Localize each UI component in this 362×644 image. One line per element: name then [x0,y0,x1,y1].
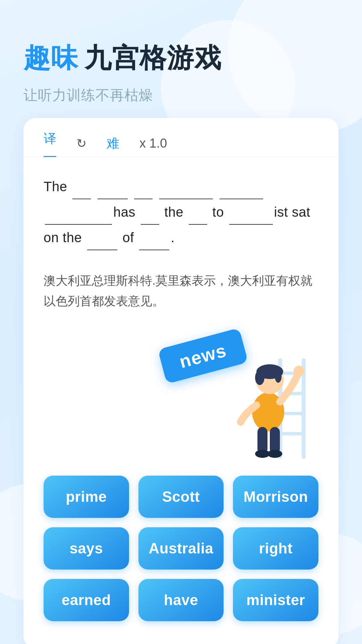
illustration-area: news [23,318,339,459]
word-btn-right[interactable]: right [233,527,318,570]
word-btn-scott[interactable]: Scott [138,476,224,518]
blank-10 [87,250,117,250]
svg-rect-5 [278,432,306,435]
subtitle: 让听力训练不再枯燥 [23,86,339,105]
svg-point-9 [255,370,264,385]
translation-text: 澳大利亚总理斯科特.莫里森表示，澳大利亚有权就以色列首都发表意见。 [23,260,339,311]
word-btn-morrison[interactable]: Morrison [233,476,318,518]
svg-point-14 [267,450,282,458]
title-accent: 趣味 [23,40,78,76]
blank-4 [159,199,213,199]
blank-7 [141,224,159,225]
word-btn-prime[interactable]: prime [44,476,129,518]
tab-refresh[interactable]: ↻ [76,137,86,151]
blank-11 [139,250,169,250]
title-row: 趣味 九宫格游戏 [23,40,339,76]
tab-speed[interactable]: x 1.0 [139,136,167,151]
title-main: 九宫格游戏 [84,40,222,76]
word-btn-have[interactable]: have [138,579,224,621]
sentence-area: The has the to ist sat on the of . [23,157,339,260]
word-btn-says[interactable]: says [44,527,129,570]
tab-translate[interactable]: 译 [44,130,56,157]
blank-1 [72,199,91,199]
sentence-text: The has the to ist sat on the of . [44,174,318,250]
blank-2 [98,199,128,199]
blank-8 [189,224,207,225]
blank-9 [229,224,273,225]
svg-point-10 [275,371,282,383]
blank-6 [45,224,112,225]
tab-bar: 译 ↻ 难 x 1.0 [23,118,339,157]
page-header: 趣味 九宫格游戏 让听力训练不再枯燥 [23,40,339,105]
tab-hard[interactable]: 难 [107,135,119,152]
blank-3 [134,199,153,199]
word-grid: prime Scott Morrison says Australia righ… [23,466,339,635]
word-btn-minister[interactable]: minister [233,579,318,621]
word-btn-earned[interactable]: earned [44,579,129,621]
word-btn-australia[interactable]: Australia [138,527,224,570]
game-card: 译 ↻ 难 x 1.0 The has the to [23,118,339,644]
blank-5 [220,199,263,199]
svg-point-15 [294,366,304,376]
